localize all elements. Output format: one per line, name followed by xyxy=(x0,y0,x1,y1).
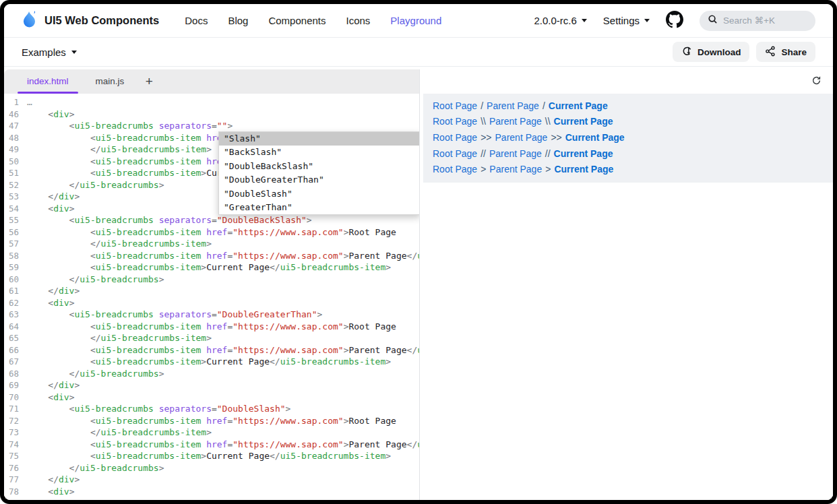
autocomplete-option[interactable]: "DoubleGreaterThan" xyxy=(219,173,419,187)
code-text: <ui5-breadcrumbs-item href="https://www.… xyxy=(27,344,419,356)
code-line[interactable]: 75 <ui5-breadcrumbs-item>Current Page</u… xyxy=(4,450,419,462)
nav-item-docs[interactable]: Docs xyxy=(185,15,208,26)
autocomplete-option[interactable]: "DoubleSlash" xyxy=(219,187,419,201)
search-input[interactable] xyxy=(723,15,807,26)
app-window: UI5 Web Components DocsBlogComponentsIco… xyxy=(4,4,833,500)
code-line[interactable]: 69 </div> xyxy=(4,379,419,391)
breadcrumb-link[interactable]: Root Page xyxy=(433,132,477,143)
code-line[interactable]: 1… xyxy=(4,96,419,108)
breadcrumb-link[interactable]: Parent Page xyxy=(489,148,542,159)
tab-index.html[interactable]: index.html xyxy=(13,69,82,94)
line-number: 60 xyxy=(4,274,27,286)
search-box[interactable] xyxy=(700,11,815,31)
line-number: 78 xyxy=(4,486,27,498)
autocomplete-option[interactable]: "DoubleBackSlash" xyxy=(219,160,419,173)
code-line[interactable]: 47 <ui5-breadcrumbs separators=""> xyxy=(4,120,419,132)
breadcrumb-separator: \\ xyxy=(545,116,551,127)
breadcrumb-link[interactable]: Root Page xyxy=(433,116,477,127)
autocomplete-option[interactable]: "GreaterThan" xyxy=(219,201,419,214)
nav-item-playground[interactable]: Playground xyxy=(390,15,441,26)
code-line[interactable]: 77 </div> xyxy=(4,474,419,486)
breadcrumb-link[interactable]: Root Page xyxy=(433,148,477,159)
code-text: <ui5-breadcrumbs-item>Current Page</ui5-… xyxy=(27,450,391,462)
share-button[interactable]: Share xyxy=(756,42,815,62)
line-number: 68 xyxy=(4,368,27,380)
breadcrumb-separator: >> xyxy=(480,132,491,143)
code-text: <div> xyxy=(27,486,74,498)
code-line[interactable]: 59 <ui5-breadcrumbs-item>Current Page</u… xyxy=(4,261,419,274)
code-line[interactable]: 57 </ui5-breadcrumbs-item> xyxy=(4,238,419,250)
toolbar-actions: Download Share xyxy=(673,42,815,62)
editor-tabs: index.htmlmain.js xyxy=(13,69,137,94)
settings-dropdown[interactable]: Settings xyxy=(603,15,650,26)
github-icon xyxy=(666,11,683,31)
examples-dropdown[interactable]: Examples xyxy=(22,46,77,58)
code-text: <ui5-breadcrumbs separators="DoubleBackS… xyxy=(27,214,312,226)
code-text: <div> xyxy=(27,108,74,121)
code-line[interactable]: 62 <div> xyxy=(4,297,419,309)
breadcrumb-link[interactable]: Parent Page xyxy=(489,116,542,127)
code-area[interactable]: 1…46 <div>47 <ui5-breadcrumbs separators… xyxy=(4,94,419,500)
line-number: 55 xyxy=(4,214,27,226)
code-line[interactable]: 64 <ui5-breadcrumbs-item href="https://w… xyxy=(4,321,419,333)
code-line[interactable]: 73 </ui5-breadcrumbs-item> xyxy=(4,427,419,439)
main-nav: DocsBlogComponentsIconsPlayground xyxy=(185,15,441,26)
code-line[interactable]: 74 <ui5-breadcrumbs-item href="https://w… xyxy=(4,439,419,451)
code-text: <ui5-breadcrumbs-item href="https://www.… xyxy=(27,321,396,333)
code-text: </ui5-breadcrumbs-item> xyxy=(27,238,212,250)
breadcrumb-link[interactable]: Parent Page xyxy=(487,100,539,111)
code-line[interactable]: 58 <ui5-breadcrumbs-item href="https://w… xyxy=(4,250,419,262)
code-line[interactable]: 55 <ui5-breadcrumbs separators="DoubleBa… xyxy=(4,214,419,226)
code-line[interactable]: 70 <div> xyxy=(4,391,419,404)
code-text: <ui5-breadcrumbs-item href="https://www.… xyxy=(27,415,396,427)
breadcrumb-current: Current Page xyxy=(554,148,613,159)
autocomplete-option[interactable]: "Slash" xyxy=(219,132,419,146)
breadcrumb: Root Page\\Parent Page\\Current Page xyxy=(433,114,824,130)
breadcrumb: Root Page//Parent Page//Current Page xyxy=(433,146,824,162)
breadcrumbs-preview: Root Page/Parent Page/Current PageRoot P… xyxy=(423,94,833,183)
refresh-button[interactable] xyxy=(809,74,824,89)
code-line[interactable]: 71 <ui5-breadcrumbs separators="DoubleSl… xyxy=(4,403,419,415)
code-line[interactable]: 67 <ui5-breadcrumbs-item>Current Page</u… xyxy=(4,356,419,368)
version-dropdown[interactable]: 2.0.0-rc.6 xyxy=(534,15,586,26)
search-icon xyxy=(708,14,718,27)
breadcrumb-link[interactable]: Root Page xyxy=(433,100,477,111)
code-line[interactable]: 46 <div> xyxy=(4,108,419,121)
add-tab-button[interactable]: + xyxy=(137,69,160,94)
code-line[interactable]: 61 </div> xyxy=(4,285,419,297)
breadcrumb-separator: \\ xyxy=(480,116,486,127)
breadcrumb-link[interactable]: Parent Page xyxy=(489,164,542,175)
code-line[interactable]: 60 </ui5-breadcrumbs> xyxy=(4,274,419,286)
nav-item-components[interactable]: Components xyxy=(268,15,326,26)
line-number: 49 xyxy=(4,144,27,156)
line-number: 62 xyxy=(4,297,27,309)
line-number: 59 xyxy=(4,261,27,274)
code-line[interactable]: 68 </ui5-breadcrumbs> xyxy=(4,368,419,380)
line-number: 48 xyxy=(4,132,27,144)
download-button[interactable]: Download xyxy=(673,42,750,62)
brand[interactable]: UI5 Web Components xyxy=(22,10,159,32)
code-line[interactable]: 78 <div> xyxy=(4,486,419,498)
code-line[interactable]: 66 <ui5-breadcrumbs-item href="https://w… xyxy=(4,344,419,356)
github-link[interactable] xyxy=(666,11,683,31)
breadcrumb-separator: >> xyxy=(551,132,561,143)
editor-tabbar: index.htmlmain.js + xyxy=(4,69,419,94)
autocomplete-option[interactable]: "BackSlash" xyxy=(219,146,419,159)
share-icon xyxy=(765,46,776,59)
code-line[interactable]: 56 <ui5-breadcrumbs-item href="https://w… xyxy=(4,226,419,239)
code-line[interactable]: 65 </ui5-breadcrumbs-item> xyxy=(4,332,419,344)
code-line[interactable]: 63 <ui5-breadcrumbs separators="DoubleGr… xyxy=(4,309,419,321)
code-line[interactable]: 76 </ui5-breadcrumbs> xyxy=(4,462,419,474)
preview-empty-area xyxy=(420,183,833,500)
breadcrumb-link[interactable]: Parent Page xyxy=(495,132,548,143)
version-label: 2.0.0-rc.6 xyxy=(534,15,576,26)
nav-item-blog[interactable]: Blog xyxy=(228,15,248,26)
top-navbar: UI5 Web Components DocsBlogComponentsIco… xyxy=(4,4,833,38)
breadcrumb-link[interactable]: Root Page xyxy=(433,164,477,175)
nav-item-icons[interactable]: Icons xyxy=(346,15,371,26)
code-text: </ui5-breadcrumbs> xyxy=(27,274,164,286)
code-line[interactable]: 72 <ui5-breadcrumbs-item href="https://w… xyxy=(4,415,419,427)
tab-main.js[interactable]: main.js xyxy=(82,69,138,94)
line-number: 61 xyxy=(4,285,27,297)
examples-label: Examples xyxy=(22,46,66,58)
